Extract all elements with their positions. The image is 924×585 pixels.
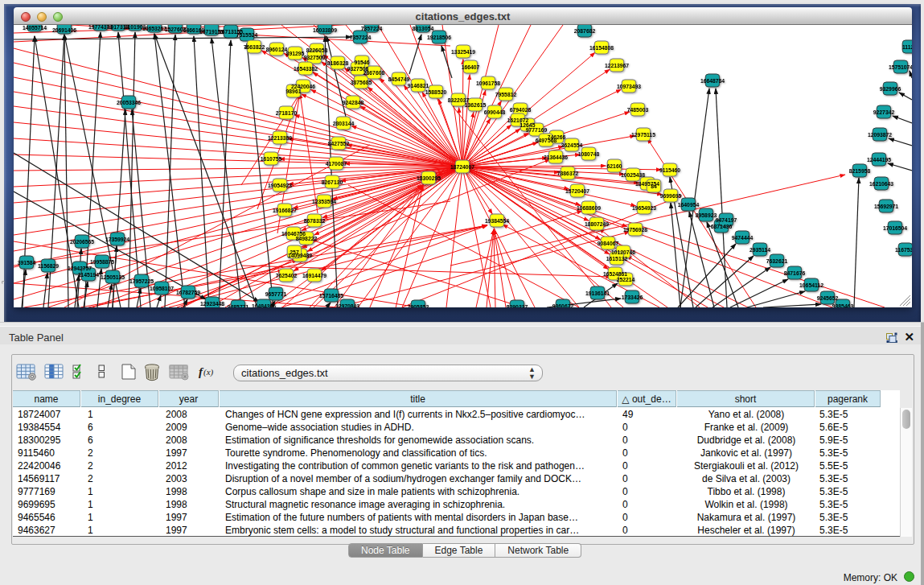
svg-text:9485771: 9485771 <box>228 304 249 308</box>
svg-text:18724007: 18724007 <box>450 164 474 170</box>
svg-text:8454749: 8454749 <box>388 76 410 82</box>
svg-text:8960124: 8960124 <box>266 47 288 52</box>
svg-text:7905852: 7905852 <box>408 304 429 308</box>
svg-text:7955812: 7955812 <box>495 92 517 97</box>
svg-text:2803144: 2803144 <box>333 121 355 126</box>
svg-text:98961: 98961 <box>286 89 302 94</box>
svg-text:1615132: 1615132 <box>606 256 628 262</box>
svg-text:1610755: 1610755 <box>261 156 282 162</box>
svg-text:19756928: 19756928 <box>623 227 647 233</box>
svg-text:7632621: 7632621 <box>766 258 788 264</box>
svg-text:9385463: 9385463 <box>832 303 854 308</box>
svg-text:15751074: 15751074 <box>889 64 912 70</box>
svg-text:91546: 91546 <box>355 60 370 65</box>
svg-text:(x): (x) <box>203 367 214 377</box>
svg-text:10654112: 10654112 <box>799 282 823 288</box>
svg-text:9777169: 9777169 <box>526 127 548 133</box>
svg-text:9227342: 9227342 <box>873 109 895 115</box>
svg-text:19384554: 19384554 <box>485 218 509 224</box>
svg-text:7485003: 7485003 <box>627 107 649 113</box>
svg-text:1145194: 1145194 <box>78 272 99 278</box>
svg-text:20691406: 20691406 <box>52 27 76 33</box>
svg-text:9115460: 9115460 <box>659 167 680 173</box>
svg-text:9360672: 9360672 <box>552 303 574 308</box>
svg-text:6794028: 6794028 <box>510 107 532 113</box>
svg-text:1156829: 1156829 <box>38 263 59 269</box>
svg-text:252214: 252214 <box>617 277 635 282</box>
svg-text:16033809: 16033809 <box>313 27 337 33</box>
svg-text:891295: 891295 <box>286 51 305 56</box>
svg-text:3875685: 3875685 <box>351 80 372 85</box>
svg-text:2087682: 2087682 <box>574 28 596 34</box>
svg-text:84: 84 <box>651 183 657 189</box>
svg-text:12213967: 12213967 <box>605 63 629 68</box>
svg-text:16782759: 16782759 <box>176 290 200 295</box>
svg-text:19218506: 19218506 <box>427 35 451 40</box>
svg-text:15692971: 15692971 <box>874 204 898 209</box>
svg-text:8267130: 8267130 <box>322 179 343 185</box>
svg-text:12505135: 12505135 <box>101 274 125 280</box>
svg-text:8678332: 8678332 <box>304 218 326 224</box>
svg-text:16154808: 16154808 <box>589 45 614 51</box>
svg-text:1733426: 1733426 <box>622 295 643 300</box>
svg-text:13325419: 13325419 <box>451 49 475 55</box>
svg-text:7625402: 7625402 <box>276 273 298 278</box>
svg-text:12975115: 12975115 <box>631 132 655 138</box>
svg-text:17957225: 17957225 <box>129 278 154 284</box>
svg-text:8226058: 8226058 <box>306 47 328 53</box>
svg-text:9245652: 9245652 <box>817 295 839 301</box>
svg-text:19054923: 19054923 <box>268 183 292 188</box>
svg-text:1588520: 1588520 <box>425 89 447 95</box>
svg-text:19654923: 19654923 <box>632 205 656 211</box>
svg-text:391584: 391584 <box>18 260 36 266</box>
svg-text:10484366: 10484366 <box>252 303 276 308</box>
svg-text:6871436: 6871436 <box>711 224 733 229</box>
svg-text:14055714: 14055714 <box>23 25 47 31</box>
svg-text:17016504: 17016504 <box>883 225 907 231</box>
svg-text:7357224: 7357224 <box>361 26 383 31</box>
svg-text:2718170: 2718170 <box>276 110 298 116</box>
svg-text:12444195: 12444195 <box>867 157 891 163</box>
svg-text:16648784: 16648784 <box>700 78 725 84</box>
svg-text:1167533: 1167533 <box>895 247 912 253</box>
svg-text:9474197: 9474197 <box>716 217 737 223</box>
svg-text:12213389: 12213389 <box>268 135 292 141</box>
svg-text:19166827: 19166827 <box>273 208 297 213</box>
svg-text:10120746: 10120746 <box>611 249 635 255</box>
svg-text:12093872: 12093872 <box>868 132 892 138</box>
svg-text:9329966: 9329966 <box>880 86 901 92</box>
svg-text:16914479: 16914479 <box>302 273 326 278</box>
svg-text:12970843: 12970843 <box>335 303 359 308</box>
svg-text:15716485: 15716485 <box>319 293 343 299</box>
svg-text:10958107: 10958107 <box>150 286 174 291</box>
svg-text:20053346: 20053346 <box>117 100 141 105</box>
svg-text:9146821: 9146821 <box>408 83 429 89</box>
svg-text:9699695: 9699695 <box>660 193 682 199</box>
svg-text:10973493: 10973493 <box>617 84 641 89</box>
svg-text:8427552: 8427552 <box>328 141 350 146</box>
svg-text:20206565: 20206565 <box>70 239 94 245</box>
svg-text:16543382: 16543382 <box>294 66 318 72</box>
svg-text:7886372: 7886372 <box>557 171 579 176</box>
svg-text:9327500: 9327500 <box>304 55 326 60</box>
svg-text:11121: 11121 <box>902 44 912 50</box>
svg-text:18300295: 18300295 <box>417 175 441 181</box>
svg-text:3624554: 3624554 <box>561 142 583 148</box>
svg-text:7515524: 7515524 <box>236 32 258 38</box>
svg-text:1640954: 1640954 <box>678 202 700 208</box>
svg-text:17359924: 17359924 <box>105 237 129 242</box>
svg-text:7357224: 7357224 <box>350 35 372 40</box>
svg-text:62160: 62160 <box>607 163 622 169</box>
svg-text:6990448: 6990448 <box>484 109 506 115</box>
svg-text:8813054: 8813054 <box>413 26 434 31</box>
svg-text:4170087: 4170087 <box>326 161 347 167</box>
svg-text:166407: 166407 <box>462 64 480 70</box>
svg-text:8290337: 8290337 <box>507 304 528 308</box>
svg-text:10688609: 10688609 <box>577 205 601 211</box>
svg-text:9242848: 9242848 <box>343 100 364 105</box>
svg-text:7663822: 7663822 <box>244 44 265 50</box>
svg-text:10653267: 10653267 <box>142 26 166 31</box>
svg-text:19136141: 19136141 <box>585 290 610 296</box>
svg-text:1080748: 1080748 <box>578 151 600 157</box>
svg-text:12353594: 12353594 <box>312 199 336 204</box>
